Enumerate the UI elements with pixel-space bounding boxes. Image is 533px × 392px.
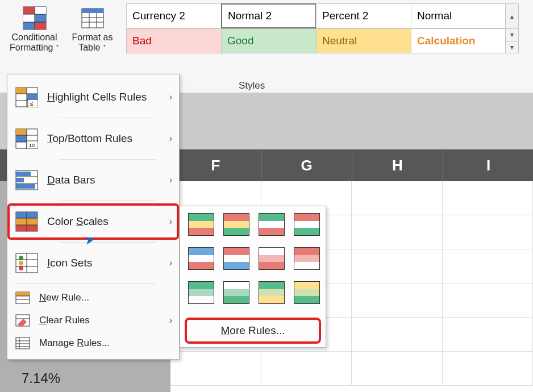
scale-green-white[interactable] (188, 281, 214, 304)
styles-group-label: Styles (239, 80, 265, 91)
col-header-H[interactable]: H (352, 149, 443, 181)
gallery-scroll-more[interactable]: ▾ ▾ (505, 28, 519, 53)
svg-rect-25 (16, 129, 27, 135)
conditional-formatting-button[interactable]: Conditional Formatting ˅ (3, 3, 65, 69)
svg-rect-1 (23, 7, 35, 14)
svg-rect-2 (35, 7, 46, 14)
conditional-formatting-menu: ≤ Highlight Cells Rules › 10 Top/Bottom … (7, 74, 180, 360)
menu-divider (59, 159, 156, 160)
menu-top-bottom-rules[interactable]: 10 Top/Bottom Rules › (7, 120, 179, 157)
chevron-down-icon: ▾ (506, 29, 518, 41)
menu-label: Clear Rules (39, 315, 90, 326)
style-bad[interactable]: Bad (126, 28, 222, 53)
menu-label: Manage Rules... (39, 337, 110, 349)
svg-rect-6 (35, 22, 46, 30)
color-scales-grid (186, 211, 320, 311)
menu-icon-sets[interactable]: Icon Sets › (7, 245, 179, 281)
chevron-right-icon: › (169, 216, 172, 227)
table-icon (81, 6, 105, 30)
svg-rect-3 (23, 14, 35, 22)
menu-divider (59, 118, 156, 118)
chevron-up-icon: ▴ (506, 4, 518, 28)
scale-white-green[interactable] (223, 281, 249, 304)
chevron-down-icon: ˅ (56, 44, 59, 52)
chevron-right-icon: › (169, 134, 172, 144)
chevron-right-icon: › (169, 258, 172, 268)
style-calculation[interactable]: Calculation (411, 28, 506, 53)
style-good[interactable]: Good (221, 28, 317, 53)
highlight-cells-icon: ≤ (15, 87, 38, 107)
scale-red-white-green[interactable] (294, 213, 320, 236)
data-bars-icon (15, 170, 38, 190)
scale-red-yellow-green[interactable] (223, 213, 249, 236)
scale-green-white-red[interactable] (259, 213, 285, 236)
menu-clear-rules[interactable]: Clear Rules › (7, 309, 179, 332)
svg-rect-33 (16, 172, 31, 176)
svg-text:10: 10 (29, 143, 35, 148)
scale-white-red[interactable] (259, 247, 285, 270)
menu-data-bars[interactable]: Data Bars › (7, 162, 179, 198)
chevron-right-icon: › (169, 175, 172, 185)
style-normal[interactable]: Normal (411, 3, 506, 28)
chevron-right-icon: › (169, 92, 172, 102)
menu-label: Icon Sets (47, 257, 92, 269)
menu-divider (59, 242, 156, 243)
gallery-scroll-up[interactable]: ▴ (505, 3, 519, 28)
scale-red-white-blue[interactable] (223, 247, 249, 270)
manage-rules-icon (15, 337, 30, 349)
svg-rect-53 (16, 292, 30, 296)
menu-divider (15, 283, 156, 284)
svg-rect-4 (35, 14, 46, 22)
svg-rect-11 (82, 9, 103, 13)
svg-rect-35 (16, 184, 35, 189)
menu-label: Highlight Cells Rules (47, 91, 147, 103)
format-as-table-button[interactable]: Format as Table ˅ (65, 3, 119, 69)
style-normal-2[interactable]: Normal 2 (221, 3, 317, 28)
cell-styles-gallery[interactable]: Currency 2 Normal 2 Percent 2 Normal ▴ B… (126, 3, 519, 53)
svg-rect-34 (16, 178, 24, 182)
scale-red-white[interactable] (294, 247, 320, 270)
menu-divider (59, 201, 156, 201)
top-bottom-icon: 10 (15, 128, 38, 149)
menu-label: Color Scales (47, 215, 109, 228)
style-neutral[interactable]: Neutral (316, 28, 411, 53)
format-as-table-label: Format as Table (72, 32, 113, 52)
scale-green-yellow-red[interactable] (188, 213, 214, 236)
style-percent-2[interactable]: Percent 2 (316, 3, 411, 28)
menu-label: Data Bars (47, 174, 95, 186)
svg-rect-58 (16, 337, 30, 349)
svg-rect-17 (16, 87, 27, 94)
chevron-down-icon: ˅ (103, 44, 106, 52)
col-header-I[interactable]: I (443, 149, 533, 181)
svg-text:≤: ≤ (30, 101, 34, 107)
more-rules-label: More Rules... (221, 324, 285, 337)
new-rule-icon (15, 291, 30, 304)
chevron-right-icon: › (169, 315, 172, 326)
clear-rules-icon (15, 314, 30, 327)
scale-blue-white-red[interactable] (188, 247, 214, 270)
svg-point-47 (19, 261, 23, 265)
menu-label: Top/Bottom Rules (47, 132, 132, 145)
menu-manage-rules[interactable]: Manage Rules... (7, 332, 179, 355)
col-header-F[interactable]: F (170, 149, 261, 181)
more-rules-button[interactable]: More Rules... (186, 319, 320, 343)
menu-label: New Rule... (39, 292, 89, 303)
cell-value: 7.14% (22, 370, 60, 386)
icon-sets-icon (15, 253, 38, 273)
svg-rect-5 (23, 22, 35, 30)
color-scales-icon (15, 211, 38, 232)
gallery-expand-icon: ▾ (506, 41, 518, 53)
menu-highlight-cells-rules[interactable]: ≤ Highlight Cells Rules › (7, 79, 179, 115)
conditional-formatting-label: Conditional Formatting (10, 32, 57, 52)
conditional-formatting-icon (23, 6, 47, 30)
col-header-G[interactable]: G (261, 149, 352, 181)
scale-green-yellow[interactable] (259, 281, 285, 304)
color-scales-flyout: More Rules... (180, 206, 326, 348)
style-currency-2[interactable]: Currency 2 (126, 3, 222, 28)
scale-yellow-green[interactable] (294, 281, 320, 304)
menu-new-rule[interactable]: New Rule... (7, 286, 179, 309)
svg-rect-26 (16, 135, 27, 142)
